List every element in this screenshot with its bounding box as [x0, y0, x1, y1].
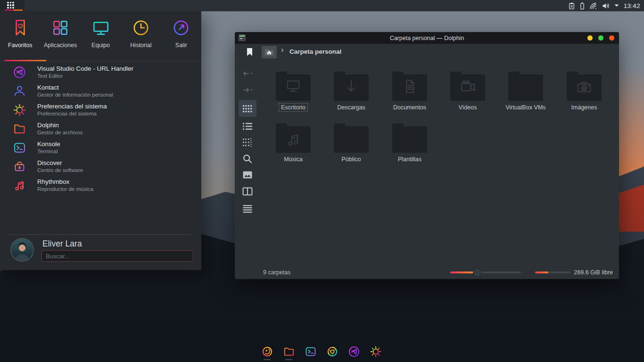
dock-chrome[interactable]	[326, 345, 339, 358]
menu-button[interactable]	[242, 203, 253, 214]
breadcrumb-current-folder[interactable]: Carpeta personal	[289, 48, 341, 55]
bookmark-icon[interactable]	[247, 48, 253, 58]
folder-icon	[12, 122, 27, 136]
panel-clock[interactable]: 13:42	[624, 2, 640, 9]
app-title: Dolphin	[37, 122, 83, 129]
app-launcher-button[interactable]	[0, 0, 25, 11]
download-arrow-glyph	[341, 78, 362, 97]
items-count: 9 carpetas	[263, 269, 290, 276]
volume-icon[interactable]	[602, 2, 610, 10]
breadcrumb-chevron-icon[interactable]: ›	[281, 45, 284, 55]
titlebar-button-close[interactable]	[609, 35, 614, 41]
dock-settings[interactable]	[369, 345, 382, 358]
network-signal-icon[interactable]	[589, 2, 597, 10]
caret-down-icon[interactable]	[614, 4, 619, 8]
app-item-system-settings[interactable]: Preferencias del sistema Preferencias de…	[0, 100, 201, 119]
titlebar-button-minimize[interactable]	[587, 35, 593, 41]
user-name: Eliver Lara	[42, 239, 82, 249]
folder-item[interactable]: Imágenes	[558, 71, 610, 112]
icons-view-button[interactable]	[242, 103, 253, 115]
app-item-kontact[interactable]: Kontact Gestor de información personal	[0, 82, 201, 100]
compact-view-button[interactable]	[242, 121, 253, 132]
location-toolbar: › Carpeta personal	[235, 44, 619, 62]
folder-icon	[450, 74, 485, 101]
folder-name: Plantillas	[396, 155, 424, 164]
tab-label: Aplicaciones	[44, 42, 77, 49]
tab-equipo[interactable]: Equipo	[81, 16, 121, 59]
battery-icon[interactable]	[579, 2, 585, 10]
app-title: Kontact	[37, 84, 113, 91]
dock-vscode[interactable]	[347, 345, 361, 358]
folder-icon	[567, 74, 602, 101]
dock-firefox[interactable]	[261, 345, 274, 358]
music-note-glyph	[283, 130, 304, 149]
user-avatar[interactable]	[10, 238, 34, 262]
launcher-accent-underline	[5, 9, 23, 11]
titlebar-button-maximize[interactable]	[598, 35, 603, 41]
folder-icon	[276, 126, 311, 153]
folder-icon	[276, 74, 311, 101]
split-view-button[interactable]	[242, 186, 253, 197]
app-item-vscode[interactable]: Visual Studio Code - URL Handler Text Ed…	[0, 63, 201, 82]
search-button[interactable]	[242, 153, 253, 165]
folder-icon	[392, 74, 427, 101]
folder-item[interactable]: Documentos	[384, 71, 436, 112]
tab-salir[interactable]: Salir	[161, 16, 201, 59]
tab-favoritos[interactable]: Favoritos	[0, 16, 40, 59]
document-glyph	[399, 78, 420, 97]
folder-item[interactable]: Plantillas	[384, 123, 436, 164]
software-bag-icon	[12, 159, 27, 174]
clipboard-icon[interactable]	[568, 2, 575, 10]
window-title: Carpeta personal — Dolphin	[235, 32, 619, 44]
folder-item[interactable]: Vídeos	[442, 71, 494, 112]
application-launcher-menu: Favoritos Aplicaciones Equipo Historial …	[0, 11, 201, 270]
zoom-slider-knob[interactable]	[473, 268, 482, 277]
app-title: Rhythmbox	[37, 178, 93, 186]
app-subtitle: Text Editor	[37, 73, 133, 79]
app-grid-icon	[7, 2, 14, 8]
folder-name: Escritorio	[279, 103, 308, 112]
zoom-slider[interactable]	[450, 272, 521, 273]
preview-button[interactable]	[242, 169, 253, 181]
monitor-glyph	[283, 78, 304, 97]
dock-konsole[interactable]	[304, 345, 317, 358]
dock-dolphin[interactable]	[282, 345, 296, 358]
folder-item[interactable]: Público	[325, 123, 377, 164]
app-item-dolphin[interactable]: Dolphin Gestor de archivos	[0, 119, 201, 138]
history-clock-icon	[131, 18, 151, 38]
folder-item[interactable]: VirtualBox VMs	[500, 71, 552, 112]
back-button[interactable]	[242, 68, 253, 79]
status-bar: 9 carpetas 269.6 GiB libre	[235, 266, 619, 279]
app-item-rhythmbox[interactable]: Rhythmbox Reproductor de música	[0, 176, 201, 195]
photo-camera-glyph	[574, 78, 594, 97]
favorites-bookmark-heart-icon	[10, 18, 30, 38]
search-input[interactable]	[41, 250, 193, 262]
folder-item[interactable]: Música	[267, 123, 319, 164]
vscode-icon	[12, 65, 27, 80]
app-item-discover[interactable]: Discover Centro de software	[0, 157, 201, 176]
folder-icon	[334, 74, 369, 101]
folder-item[interactable]: Escritorio	[267, 71, 319, 112]
app-subtitle: Preferencias del sistema	[37, 110, 107, 117]
details-view-button[interactable]	[242, 137, 253, 148]
forward-button[interactable]	[242, 84, 253, 96]
app-item-konsole[interactable]: Konsole Terminal	[0, 138, 201, 157]
gear-icon	[12, 103, 27, 117]
applications-grid-icon	[50, 18, 70, 38]
disk-usage-bar	[535, 272, 570, 273]
folder-icon	[508, 74, 543, 101]
folder-name: Descargas	[335, 103, 368, 112]
tab-historial[interactable]: Historial	[121, 16, 161, 59]
folder-icon	[392, 126, 427, 153]
window-titlebar[interactable]: Carpeta personal — Dolphin	[235, 32, 619, 44]
app-title: Konsole	[37, 140, 60, 148]
favorites-app-list: Visual Studio Code - URL Handler Text Ed…	[0, 63, 201, 195]
desktop: 13:42 Favoritos Aplicaciones Equipo Hist…	[0, 0, 644, 362]
home-breadcrumb-button[interactable]	[262, 46, 277, 58]
free-space-label: 269.6 GiB libre	[574, 269, 613, 276]
music-note-icon	[12, 178, 27, 193]
vscode-icon	[347, 345, 361, 358]
folder-item[interactable]: Descargas	[325, 71, 377, 112]
app-title: Discover	[37, 159, 83, 167]
tab-aplicaciones[interactable]: Aplicaciones	[40, 16, 80, 59]
